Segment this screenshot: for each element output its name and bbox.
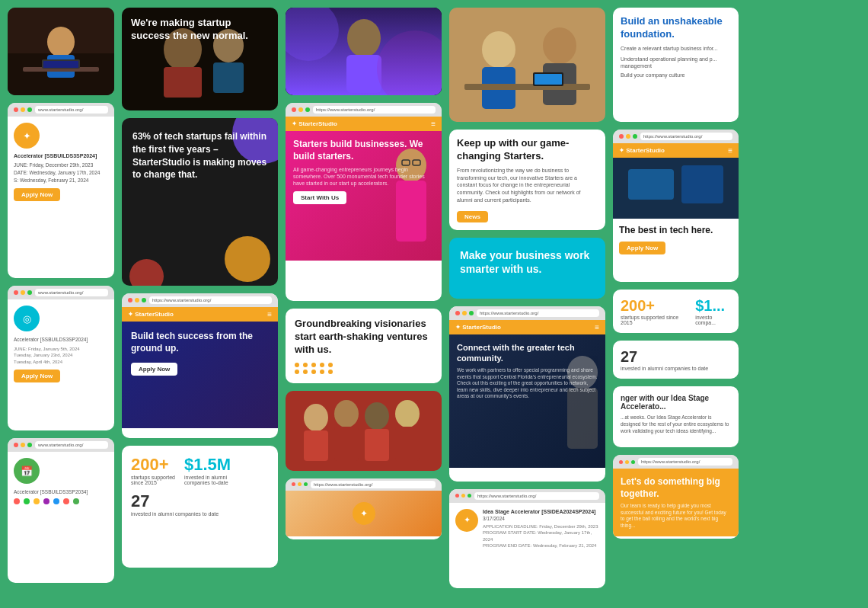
apply-now-btn-c5r2[interactable]: Apply Now — [619, 242, 665, 254]
starters-headline: Starters build businesses. We build star… — [293, 139, 434, 162]
orange-circle-icon-1: ✦ — [14, 123, 40, 149]
smarter-headline: Make your business work smarter with us. — [460, 248, 595, 276]
idea-date-3: PROGRAM END DATE: Wednesday, February 21… — [483, 542, 599, 549]
col4-card5-idea: https://www.starterstudio.org/ ✦ Idea St… — [449, 489, 605, 588]
stat-1-5m: $1.5M invested in alumni companies to-da… — [184, 455, 231, 485]
col5-card1-foundation: Build an unshakeable foundation. Create … — [613, 8, 739, 122]
main-container: www.starterstudio.org/ ✦ Accelerator [SS… — [0, 0, 868, 608]
date-1: JUNE: Friday, December 29th, 2023 — [14, 162, 108, 169]
best-tech-headline: The best in tech here. — [619, 225, 732, 235]
col4-card3-cyan: Make your business work smarter with us. — [449, 238, 605, 299]
col5-card5-idea-partial: nger with our Idea Stage Accelerato... .… — [613, 386, 739, 447]
news-btn[interactable]: News — [457, 211, 488, 222]
apply-now-btn-3[interactable]: Apply Now — [14, 370, 60, 382]
col3-card3-text: Groundbreaking visionaries start earth-s… — [286, 309, 442, 383]
stat-number-27: 27 — [131, 491, 269, 511]
stat-27-right: 27 — [621, 348, 731, 366]
col5-card4-27: 27 invested in alumni companies to date — [613, 341, 739, 379]
stat-headline: 63% of tech startups fail within the fir… — [132, 130, 267, 181]
lets-do-headline: Let's do something big together. — [621, 476, 731, 500]
lets-do-body: Our team is ready to help guide you most… — [621, 503, 731, 529]
idea-stage-date: 3/17/2024 — [483, 516, 599, 521]
phone-header-c5r2: https://www.starterstudio.org/ — [613, 130, 739, 143]
stat-label-200: startups supported since 2015 — [131, 475, 177, 485]
groundbreaking-headline: Groundbreaking visionaries start earth-s… — [295, 318, 432, 357]
col1-card4-calendar: www.starterstudio.org/ 📅 Accelerator [SS… — [8, 438, 114, 583]
date-3: S: Wednesday, February 21, 2024 — [14, 177, 108, 184]
svg-rect-48 — [613, 158, 739, 219]
col5-card2-phone: https://www.starterstudio.org/ ✦ Starter… — [613, 130, 739, 282]
svg-point-2 — [47, 27, 75, 57]
col1-card1 — [8, 8, 114, 95]
column-1: www.starterstudio.org/ ✦ Accelerator [SS… — [8, 8, 114, 600]
stat-label-27: invested in alumni companies to date — [131, 511, 269, 517]
phone-header-c4r5: https://www.starterstudio.org/ — [449, 489, 605, 503]
svg-rect-17 — [346, 55, 381, 93]
start-with-us-btn[interactable]: Start With Us — [293, 191, 346, 204]
col4-card2-text: Keep up with our game-changing Starters.… — [449, 130, 605, 230]
foundation-headline: Build an unshakeable foundation. — [621, 15, 731, 41]
url-bar-1: www.starterstudio.org/ — [38, 107, 83, 112]
stat-label-dollar-right: investo compa... — [695, 315, 731, 325]
keepup-headline: Keep up with our game-changing Starters. — [457, 137, 598, 163]
stat-number-1-5m: $1.5M — [184, 455, 231, 475]
col4-card1-business — [449, 8, 605, 122]
phone-header-c3r5: https://www.starterstudio.org/ — [286, 478, 442, 491]
phone-header-1: www.starterstudio.org/ — [8, 103, 114, 117]
stat-dollar-right: $1... — [695, 297, 731, 315]
build-tech-headline: Build tech success from the ground up. — [131, 331, 269, 354]
idea-date-1: APPLICATION DEADLINE: Friday, December 2… — [483, 523, 599, 530]
idea-date-2: PROGRAM START DATE: Wednesday, January 1… — [483, 530, 599, 542]
phone-header-3: www.starterstudio.org/ — [8, 286, 114, 299]
keepup-body: From revolutionizing the way we do busin… — [457, 167, 598, 204]
col4-card4-phone: https://www.starterstudio.org/ ✦ Starter… — [449, 306, 605, 482]
phone-nav-c5r2: ✦ StarterStudio ≡ — [613, 143, 739, 158]
stat-label-27-right: invested in alumni companies to date — [621, 366, 731, 371]
starters-body: All game-changing entrepreneurs journeys… — [293, 166, 434, 187]
column-4: Keep up with our game-changing Starters.… — [449, 8, 605, 600]
column-5: Build an unshakeable foundation. Create … — [613, 8, 739, 600]
stat-200-right: 200+ — [621, 297, 686, 315]
connect-headline: Connect with the greater tech community. — [457, 342, 598, 364]
phone-header-4: www.starterstudio.org/ — [8, 438, 114, 452]
col2-card2-stats: 63% of tech startups fail within the fir… — [122, 118, 278, 286]
stat-label-200-right: startups supported since 2015 — [621, 315, 686, 325]
connect-body: We work with partners to offer special p… — [457, 367, 598, 399]
column-2: We're making startup success the new nor… — [122, 8, 278, 600]
idea-stage-headline-right: nger with our Idea Stage Accelerato... — [621, 394, 731, 411]
apply-now-btn-1[interactable]: Apply Now — [14, 188, 60, 201]
idea-stage-name: Idea Stage Accelerator [SSIDEA2024SP2024… — [483, 509, 599, 514]
accelerator-name-1: Accelerator [SSBUILDS3SP2024] — [14, 153, 108, 158]
apply-now-btn-c2r3[interactable]: Apply Now — [131, 363, 177, 376]
col5-card6-lets-do: https://www.starterstudio.org/ Let's do … — [613, 455, 739, 539]
hero-headline-1: We're making startup success the new nor… — [131, 17, 269, 43]
col1-card2-phone: www.starterstudio.org/ ✦ Accelerator [SS… — [8, 103, 114, 278]
col1-card3-phone: www.starterstudio.org/ ◎ Accelerator [SS… — [8, 286, 114, 430]
svg-rect-21 — [396, 181, 426, 242]
svg-rect-42 — [449, 8, 605, 122]
phone-header-c3r2: https://www.starterstudio.org/ — [286, 103, 442, 117]
stat-200plus: 200+ startups supported since 2015 — [131, 455, 177, 485]
col2-card1-hero: We're making startup success the new nor… — [122, 8, 278, 110]
col2-card3-phone: https://www.starterstudio.org/ ✦ Starter… — [122, 293, 278, 438]
col3-card4-team — [286, 391, 442, 471]
col3-card2-phone: https://www.starterstudio.org/ ✦ Starter… — [286, 103, 442, 301]
col5-card3-stats: 200+ startups supported since 2015 $1...… — [613, 290, 739, 333]
phone-header-c4r4: https://www.starterstudio.org/ — [449, 306, 605, 320]
phone-header-c2r3: https://www.starterstudio.org/ — [122, 293, 278, 307]
col3-card5-phone-bottom: https://www.starterstudio.org/ ✦ — [286, 478, 442, 539]
phone-nav-c4r4: ✦ StarterStudio ≡ — [449, 320, 605, 334]
col3-card1-image — [286, 8, 442, 95]
svg-rect-33 — [286, 391, 442, 471]
svg-point-16 — [347, 19, 381, 57]
phone-nav-c2r3: ✦ StarterStudio ≡ — [122, 307, 278, 322]
column-3: https://www.starterstudio.org/ ✦ Starter… — [286, 8, 442, 600]
svg-rect-6 — [43, 61, 78, 68]
date-2: DATE: Wednesday, January 17th, 2024 — [14, 169, 108, 177]
stat-number-200: 200+ — [131, 455, 177, 475]
col2-card4-stats: 200+ startups supported since 2015 $1.5M… — [122, 446, 278, 568]
phone-nav-c3r2: ✦ StarterStudio ≡ — [286, 117, 442, 131]
phone-header-c5r6: https://www.starterstudio.org/ — [613, 455, 739, 469]
stat-label-1-5m: invested in alumni companies to-date — [184, 475, 230, 485]
